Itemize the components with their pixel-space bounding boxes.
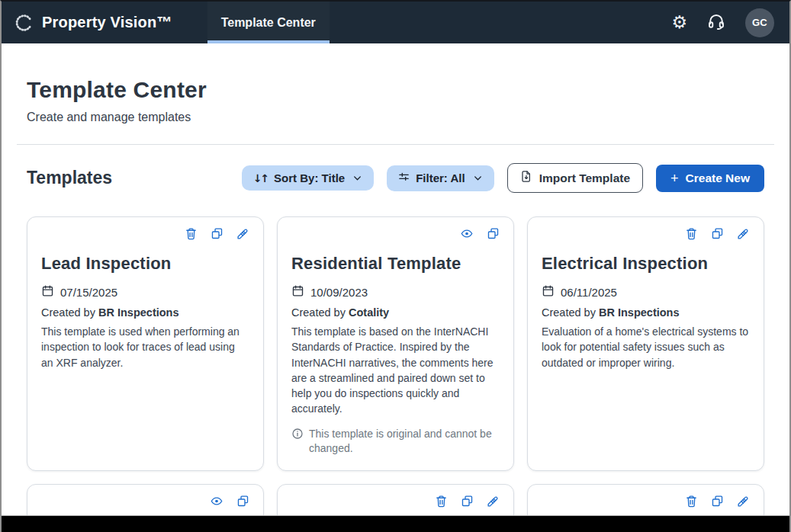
pencil-icon — [737, 227, 750, 244]
settings-button[interactable]: ⚙ — [671, 14, 687, 31]
filter-dropdown[interactable]: Filter: All — [387, 165, 494, 191]
copy-icon — [236, 495, 249, 511]
calendar-icon — [542, 284, 555, 300]
template-note: This template is original and cannot be … — [291, 427, 500, 457]
template-title: Residential Template — [291, 254, 500, 274]
card-actions — [41, 495, 249, 511]
calendar-icon — [291, 284, 304, 300]
company-logo-icon — [14, 13, 34, 33]
edit-button[interactable] — [236, 227, 249, 244]
sort-arrows-icon: ↓↑ — [253, 172, 268, 184]
template-grid: Lead Inspection 07/15/2025 Created by BR… — [2, 216, 789, 532]
page-header: Template Center Create and manage templa… — [2, 43, 789, 124]
chevron-down-icon — [473, 173, 483, 183]
sort-by-label: Sort By: Title — [274, 171, 345, 184]
toolbar-controls: ↓↑ Sort By: Title Filter: All — [242, 163, 764, 193]
card-actions — [291, 227, 500, 244]
page-subtitle: Create and manage templates — [27, 111, 764, 124]
brand-title: Property Vision™ — [42, 14, 172, 31]
info-icon — [291, 427, 304, 457]
headset-icon — [707, 12, 725, 33]
template-date: 10/09/2023 — [291, 284, 500, 300]
copy-icon — [211, 227, 223, 244]
user-avatar[interactable]: GC — [745, 8, 774, 37]
template-created-by: Created by BR Inspections — [41, 306, 249, 319]
template-description: Evaluation of a home's electrical system… — [542, 324, 750, 370]
brand: Property Vision™ — [14, 2, 172, 43]
template-date: 06/11/2025 — [542, 284, 750, 300]
template-card: Residential Template 10/09/2023 Created … — [277, 216, 514, 471]
plus-icon: + — [670, 171, 679, 185]
duplicate-button[interactable] — [711, 495, 724, 511]
import-template-label: Import Template — [539, 171, 630, 185]
card-actions — [542, 495, 750, 511]
create-new-button[interactable]: + Create New — [656, 165, 764, 192]
templates-toolbar: Templates ↓↑ Sort By: Title Filter: All — [2, 145, 789, 193]
trash-icon — [685, 495, 698, 511]
template-created-by: Created by BR Inspections — [542, 306, 750, 319]
import-document-icon — [520, 170, 532, 186]
template-date: 07/15/2025 — [41, 284, 249, 300]
trash-icon — [435, 495, 448, 511]
support-button[interactable] — [707, 12, 725, 33]
duplicate-button[interactable] — [711, 227, 724, 244]
delete-button[interactable] — [685, 227, 698, 244]
trash-icon — [185, 227, 198, 244]
pencil-icon — [236, 227, 249, 244]
view-button[interactable] — [460, 227, 474, 244]
tab-template-center[interactable]: Template Center — [207, 2, 330, 43]
template-date-text: 06/11/2025 — [561, 286, 617, 299]
trash-icon — [685, 227, 698, 244]
edit-button[interactable] — [737, 495, 750, 511]
template-description: This template is based on the InterNACHI… — [291, 324, 500, 417]
card-actions — [291, 495, 500, 511]
filter-label: Filter: All — [416, 171, 465, 184]
calendar-icon — [41, 284, 54, 300]
duplicate-button[interactable] — [211, 227, 223, 244]
eye-icon — [460, 227, 474, 244]
delete-button[interactable] — [185, 227, 198, 244]
filter-sliders-icon — [398, 171, 410, 185]
import-template-button[interactable]: Import Template — [507, 163, 643, 193]
page-title: Template Center — [27, 77, 764, 103]
create-new-label: Create New — [686, 171, 750, 185]
top-navigation-bar: Property Vision™ Template Center ⚙ GC — [2, 2, 789, 43]
template-description: This template is used when performing an… — [41, 324, 249, 370]
pencil-icon — [737, 495, 750, 511]
copy-icon — [461, 495, 474, 511]
copy-icon — [711, 227, 724, 244]
edit-button[interactable] — [737, 227, 750, 244]
view-button[interactable] — [210, 495, 223, 511]
template-date-text: 07/15/2025 — [60, 286, 117, 299]
delete-button[interactable] — [685, 495, 698, 511]
template-created-by: Created by Cotality — [291, 306, 500, 319]
gear-icon: ⚙ — [671, 14, 687, 31]
eye-icon — [210, 495, 223, 511]
duplicate-button[interactable] — [487, 227, 500, 244]
window-bottom-edge — [2, 515, 789, 532]
templates-section-title: Templates — [27, 168, 112, 188]
sort-by-dropdown[interactable]: ↓↑ Sort By: Title — [242, 165, 375, 191]
app-window: Property Vision™ Template Center ⚙ GC — [0, 0, 791, 532]
duplicate-button[interactable] — [236, 495, 249, 511]
template-title: Electrical Inspection — [542, 254, 750, 274]
template-card: Lead Inspection 07/15/2025 Created by BR… — [27, 216, 264, 471]
card-actions — [41, 227, 249, 244]
template-note-text: This template is original and cannot be … — [309, 427, 500, 457]
chevron-down-icon — [352, 173, 362, 183]
template-date-text: 10/09/2023 — [310, 286, 368, 299]
duplicate-button[interactable] — [461, 495, 474, 511]
copy-icon — [487, 227, 500, 244]
card-actions — [542, 227, 750, 244]
topbar-actions: ⚙ GC — [671, 2, 789, 43]
copy-icon — [711, 495, 724, 511]
template-card: Electrical Inspection 06/11/2025 Created… — [527, 216, 764, 471]
pencil-icon — [487, 495, 500, 511]
edit-button[interactable] — [487, 495, 500, 511]
template-title: Lead Inspection — [41, 254, 249, 274]
delete-button[interactable] — [435, 495, 448, 511]
